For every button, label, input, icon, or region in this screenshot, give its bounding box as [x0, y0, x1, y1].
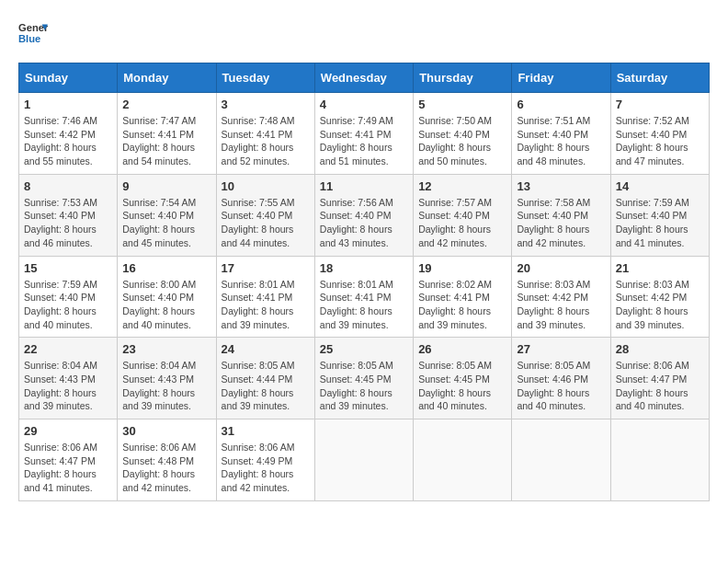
- day-number: 20: [517, 261, 605, 275]
- calendar-week-row: 22Sunrise: 8:04 AMSunset: 4:43 PMDayligh…: [19, 338, 710, 419]
- table-row: 6Sunrise: 7:51 AMSunset: 4:40 PMDaylight…: [512, 93, 610, 175]
- day-number: 30: [122, 424, 210, 438]
- day-info: Sunrise: 8:03 AMSunset: 4:42 PMDaylight:…: [517, 278, 605, 332]
- calendar-header-row: SundayMondayTuesdayWednesdayThursdayFrid…: [19, 63, 710, 93]
- table-row: 18Sunrise: 8:01 AMSunset: 4:41 PMDayligh…: [314, 256, 413, 338]
- day-number: 1: [24, 98, 112, 111]
- svg-text:General: General: [18, 22, 48, 33]
- day-info: Sunrise: 8:01 AMSunset: 4:41 PMDaylight:…: [222, 278, 310, 332]
- day-number: 29: [24, 424, 112, 438]
- table-row: 20Sunrise: 8:03 AMSunset: 4:42 PMDayligh…: [512, 256, 610, 338]
- day-info: Sunrise: 7:55 AMSunset: 4:40 PMDaylight:…: [222, 196, 310, 250]
- day-info: Sunrise: 8:04 AMSunset: 4:43 PMDaylight:…: [24, 359, 112, 413]
- table-row: [414, 419, 512, 501]
- table-row: 28Sunrise: 8:06 AMSunset: 4:47 PMDayligh…: [610, 338, 709, 419]
- day-info: Sunrise: 8:05 AMSunset: 4:44 PMDaylight:…: [222, 359, 310, 413]
- table-row: 21Sunrise: 8:03 AMSunset: 4:42 PMDayligh…: [610, 256, 709, 338]
- table-row: 30Sunrise: 8:06 AMSunset: 4:48 PMDayligh…: [118, 419, 216, 501]
- day-number: 3: [222, 98, 310, 111]
- day-info: Sunrise: 8:05 AMSunset: 4:46 PMDaylight:…: [517, 359, 605, 413]
- table-row: [610, 419, 709, 501]
- day-info: Sunrise: 7:47 AMSunset: 4:41 PMDaylight:…: [122, 114, 210, 168]
- table-row: 22Sunrise: 8:04 AMSunset: 4:43 PMDayligh…: [19, 338, 118, 419]
- table-row: 4Sunrise: 7:49 AMSunset: 4:41 PMDaylight…: [314, 93, 413, 175]
- day-info: Sunrise: 8:05 AMSunset: 4:45 PMDaylight:…: [320, 359, 408, 413]
- day-info: Sunrise: 8:02 AMSunset: 4:41 PMDaylight:…: [418, 278, 506, 332]
- day-number: 23: [122, 342, 210, 356]
- table-row: 15Sunrise: 7:59 AMSunset: 4:40 PMDayligh…: [19, 256, 118, 338]
- table-row: [314, 419, 413, 501]
- day-info: Sunrise: 7:56 AMSunset: 4:40 PMDaylight:…: [320, 196, 408, 250]
- day-number: 18: [320, 261, 408, 275]
- calendar-day-header: Saturday: [610, 63, 709, 93]
- table-row: 9Sunrise: 7:54 AMSunset: 4:40 PMDaylight…: [118, 174, 216, 256]
- day-number: 25: [320, 342, 408, 356]
- day-info: Sunrise: 7:46 AMSunset: 4:42 PMDaylight:…: [24, 114, 112, 168]
- table-row: [512, 419, 610, 501]
- day-info: Sunrise: 8:05 AMSunset: 4:45 PMDaylight:…: [418, 359, 506, 413]
- table-row: 10Sunrise: 7:55 AMSunset: 4:40 PMDayligh…: [216, 174, 314, 256]
- day-info: Sunrise: 7:54 AMSunset: 4:40 PMDaylight:…: [122, 196, 210, 250]
- day-info: Sunrise: 8:04 AMSunset: 4:43 PMDaylight:…: [122, 359, 210, 413]
- table-row: 3Sunrise: 7:48 AMSunset: 4:41 PMDaylight…: [216, 93, 314, 175]
- day-info: Sunrise: 8:06 AMSunset: 4:47 PMDaylight:…: [616, 359, 704, 413]
- calendar-table: SundayMondayTuesdayWednesdayThursdayFrid…: [18, 63, 710, 501]
- day-number: 14: [616, 179, 704, 193]
- day-number: 21: [616, 261, 704, 275]
- day-info: Sunrise: 7:57 AMSunset: 4:40 PMDaylight:…: [418, 196, 506, 250]
- day-info: Sunrise: 7:59 AMSunset: 4:40 PMDaylight:…: [24, 278, 112, 332]
- day-info: Sunrise: 7:48 AMSunset: 4:41 PMDaylight:…: [222, 114, 310, 168]
- table-row: 17Sunrise: 8:01 AMSunset: 4:41 PMDayligh…: [216, 256, 314, 338]
- table-row: 23Sunrise: 8:04 AMSunset: 4:43 PMDayligh…: [118, 338, 216, 419]
- calendar-day-header: Wednesday: [314, 63, 413, 93]
- day-number: 16: [122, 261, 210, 275]
- table-row: 7Sunrise: 7:52 AMSunset: 4:40 PMDaylight…: [610, 93, 709, 175]
- day-number: 4: [320, 98, 408, 111]
- table-row: 16Sunrise: 8:00 AMSunset: 4:40 PMDayligh…: [118, 256, 216, 338]
- svg-text:Blue: Blue: [18, 33, 40, 44]
- table-row: 2Sunrise: 7:47 AMSunset: 4:41 PMDaylight…: [118, 93, 216, 175]
- day-number: 11: [320, 179, 408, 193]
- day-info: Sunrise: 7:51 AMSunset: 4:40 PMDaylight:…: [517, 114, 605, 168]
- day-info: Sunrise: 8:06 AMSunset: 4:48 PMDaylight:…: [122, 441, 210, 495]
- table-row: 13Sunrise: 7:58 AMSunset: 4:40 PMDayligh…: [512, 174, 610, 256]
- day-info: Sunrise: 7:49 AMSunset: 4:41 PMDaylight:…: [320, 114, 408, 168]
- table-row: 14Sunrise: 7:59 AMSunset: 4:40 PMDayligh…: [610, 174, 709, 256]
- day-number: 7: [616, 98, 704, 111]
- table-row: 5Sunrise: 7:50 AMSunset: 4:40 PMDaylight…: [414, 93, 512, 175]
- table-row: 19Sunrise: 8:02 AMSunset: 4:41 PMDayligh…: [414, 256, 512, 338]
- day-number: 5: [418, 98, 506, 111]
- day-number: 27: [517, 342, 605, 356]
- day-number: 17: [222, 261, 310, 275]
- day-number: 28: [616, 342, 704, 356]
- day-number: 9: [122, 179, 210, 193]
- calendar-week-row: 8Sunrise: 7:53 AMSunset: 4:40 PMDaylight…: [19, 174, 710, 256]
- calendar-day-header: Monday: [118, 63, 216, 93]
- day-number: 8: [24, 179, 112, 193]
- table-row: 24Sunrise: 8:05 AMSunset: 4:44 PMDayligh…: [216, 338, 314, 419]
- day-info: Sunrise: 7:53 AMSunset: 4:40 PMDaylight:…: [24, 196, 112, 250]
- day-number: 2: [122, 98, 210, 111]
- table-row: 12Sunrise: 7:57 AMSunset: 4:40 PMDayligh…: [414, 174, 512, 256]
- day-number: 12: [418, 179, 506, 193]
- table-row: 27Sunrise: 8:05 AMSunset: 4:46 PMDayligh…: [512, 338, 610, 419]
- table-row: 25Sunrise: 8:05 AMSunset: 4:45 PMDayligh…: [314, 338, 413, 419]
- day-info: Sunrise: 7:50 AMSunset: 4:40 PMDaylight:…: [418, 114, 506, 168]
- day-number: 13: [517, 179, 605, 193]
- day-info: Sunrise: 8:00 AMSunset: 4:40 PMDaylight:…: [122, 278, 210, 332]
- day-number: 10: [222, 179, 310, 193]
- table-row: 26Sunrise: 8:05 AMSunset: 4:45 PMDayligh…: [414, 338, 512, 419]
- table-row: 8Sunrise: 7:53 AMSunset: 4:40 PMDaylight…: [19, 174, 118, 256]
- day-info: Sunrise: 8:06 AMSunset: 4:49 PMDaylight:…: [222, 441, 310, 495]
- calendar-week-row: 1Sunrise: 7:46 AMSunset: 4:42 PMDaylight…: [19, 93, 710, 175]
- day-info: Sunrise: 7:59 AMSunset: 4:40 PMDaylight:…: [616, 196, 704, 250]
- day-info: Sunrise: 8:01 AMSunset: 4:41 PMDaylight:…: [320, 278, 408, 332]
- table-row: 1Sunrise: 7:46 AMSunset: 4:42 PMDaylight…: [19, 93, 118, 175]
- day-number: 31: [222, 424, 310, 438]
- calendar-day-header: Tuesday: [216, 63, 314, 93]
- calendar-day-header: Sunday: [19, 63, 118, 93]
- day-info: Sunrise: 8:06 AMSunset: 4:47 PMDaylight:…: [24, 441, 112, 495]
- table-row: 11Sunrise: 7:56 AMSunset: 4:40 PMDayligh…: [314, 174, 413, 256]
- day-info: Sunrise: 7:52 AMSunset: 4:40 PMDaylight:…: [616, 114, 704, 168]
- calendar-week-row: 29Sunrise: 8:06 AMSunset: 4:47 PMDayligh…: [19, 419, 710, 501]
